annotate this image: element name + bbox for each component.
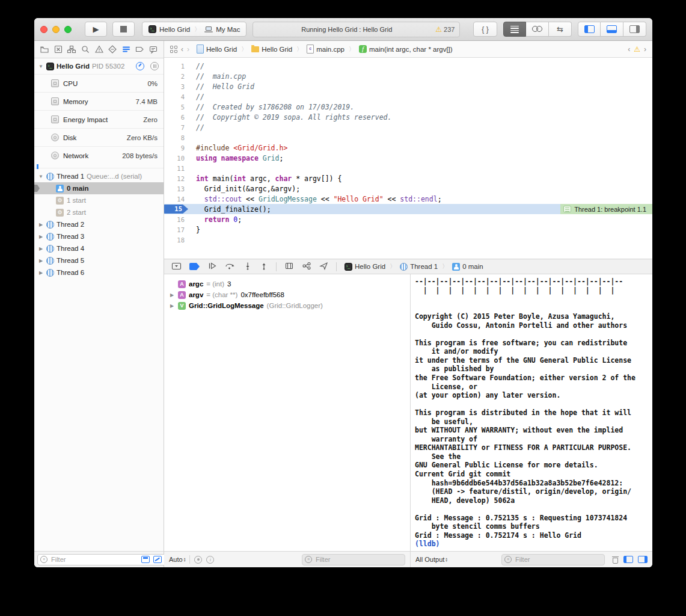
test-navigator-button[interactable] [108, 45, 117, 54]
line-number[interactable]: 5 [164, 103, 188, 111]
assistant-editor-button[interactable] [526, 22, 549, 37]
thread-row[interactable]: ▶ Thread 6 [34, 266, 164, 279]
quicklook-eye-icon[interactable] [194, 556, 202, 564]
show-variables-view-button[interactable] [623, 556, 633, 563]
line-number[interactable]: 18 [164, 236, 188, 244]
variable-row[interactable]: ▶ V Grid::GridLogMessage (Grid::GridLogg… [169, 300, 405, 311]
variable-row[interactable]: A argc = (int) 3 [169, 279, 405, 289]
disclosure-triangle[interactable]: ▶ [38, 234, 44, 239]
line-number[interactable]: 12 [164, 175, 188, 182]
run-button[interactable]: ▶ [85, 22, 107, 37]
breakpoint-annotation[interactable]: Thread 1: breakpoint 1.1 [560, 204, 652, 214]
thread-row[interactable]: ▶ Thread 4 [34, 242, 164, 254]
breadcrumb-item[interactable]: Hello Grid [251, 46, 292, 53]
symbol-navigator-button[interactable] [67, 45, 76, 54]
go-back-button[interactable]: ‹ [181, 45, 183, 54]
variables-filter-input[interactable] [314, 555, 402, 564]
toggle-navigator-button[interactable] [578, 22, 601, 37]
issue-navigator-button[interactable] [94, 45, 104, 54]
variable-row[interactable]: ▶ A argv = (char **) 0x7ffeefbff568 [169, 289, 405, 300]
scope-selector[interactable]: Auto ▴▾ [169, 556, 185, 563]
thread-row[interactable]: ▶ Thread 5 [34, 254, 164, 266]
navigator-filter-input[interactable] [50, 555, 138, 564]
console-output[interactable]: --|--|--|--|--|--|--|--|--|--|--|--|--|-… [411, 274, 652, 551]
report-navigator-button[interactable] [149, 45, 158, 54]
gauge-row-network[interactable]: Network 208 bytes/s [34, 146, 164, 164]
disclosure-triangle[interactable]: ▶ [169, 292, 175, 298]
thread-row[interactable]: ▼ Thread 1 Queue:...d (serial) [34, 170, 164, 182]
breakpoints-toggle-button[interactable] [189, 263, 200, 270]
breadcrumb-item[interactable]: ›_Hello Grid [345, 263, 385, 271]
breakpoint-navigator-button[interactable] [135, 45, 144, 54]
stack-frame-row[interactable]: ⚙ 1 start [34, 194, 164, 206]
debug-navigator-button[interactable] [121, 45, 131, 54]
gauge-row-disk[interactable]: Disk Zero KB/s [34, 128, 164, 146]
warning-badge[interactable]: ⚠ 237 [435, 26, 455, 33]
view-mode-icon[interactable] [150, 62, 159, 70]
toggle-inspectors-button[interactable] [623, 22, 646, 37]
line-number[interactable]: 11 [164, 165, 188, 172]
debug-view-hierarchy-button[interactable] [284, 262, 294, 271]
line-number[interactable]: 6 [164, 114, 188, 121]
clear-console-button[interactable] [612, 556, 619, 564]
line-number[interactable]: 16 [164, 216, 188, 223]
line-number[interactable]: 10 [164, 155, 188, 162]
close-window-button[interactable] [40, 26, 47, 33]
show-console-button[interactable] [638, 556, 648, 563]
filter-crashed-toggle[interactable] [153, 556, 162, 563]
disclosure-triangle[interactable]: ▶ [169, 303, 175, 309]
next-issue-button[interactable]: › [644, 45, 646, 54]
line-number[interactable]: 3 [164, 83, 188, 90]
console-filter-input[interactable] [514, 555, 602, 564]
source-control-navigator-button[interactable] [54, 45, 63, 54]
memory-graph-button[interactable] [302, 262, 311, 271]
process-row[interactable]: ▼ ›_ Hello Grid PID 55302 [34, 58, 164, 74]
disclosure-triangle[interactable]: ▶ [38, 246, 44, 251]
scheme-selector[interactable]: ›_ Hello Grid 〉 My Mac [142, 22, 247, 37]
gauge-row-cpu[interactable]: CPU 0% [34, 74, 164, 92]
stack-frame-row[interactable]: ⚙ 2 start [34, 206, 164, 218]
variables-view[interactable]: A argc = (int) 3 ▶ A argv = (char **) 0x… [164, 274, 411, 551]
gauge-row-energy[interactable]: Energy Impact Zero [34, 110, 164, 128]
stop-button[interactable] [112, 22, 135, 37]
go-forward-button[interactable]: › [187, 45, 189, 54]
profile-in-instruments-icon[interactable] [136, 62, 144, 70]
breakpoint-line-number[interactable]: 15 [164, 205, 188, 214]
line-number[interactable]: 9 [164, 144, 188, 152]
continue-button[interactable] [207, 262, 217, 271]
step-into-button[interactable] [243, 262, 252, 271]
line-number[interactable]: 2 [164, 73, 188, 80]
breadcrumb-item[interactable]: 0 main [452, 263, 483, 271]
code-review-button[interactable]: { } [473, 22, 497, 37]
navigator-filter-field[interactable]: ≡ [37, 554, 177, 565]
disclosure-triangle[interactable]: ▶ [38, 222, 44, 227]
line-number[interactable]: 1 [164, 63, 188, 70]
thread-row[interactable]: ▶ Thread 2 [34, 218, 164, 230]
disclosure-triangle[interactable]: ▼ [38, 64, 44, 69]
issue-warning-icon[interactable]: ⚠ [634, 46, 640, 53]
filter-running-toggle[interactable] [141, 556, 150, 563]
source-editor[interactable]: 1 // 2 // main.cpp 3 // Hello Grid 4 // … [164, 58, 652, 259]
variables-filter-field[interactable]: ≡ [302, 554, 405, 565]
simulate-location-button[interactable] [319, 262, 328, 271]
disclosure-triangle[interactable] [169, 282, 175, 287]
disclosure-triangle[interactable]: ▶ [38, 270, 44, 276]
hide-debug-area-button[interactable] [171, 262, 182, 272]
print-description-icon[interactable]: i [206, 556, 214, 564]
version-editor-button[interactable]: ⇆ [549, 22, 572, 37]
project-navigator-button[interactable] [40, 45, 49, 54]
previous-issue-button[interactable]: ‹ [628, 45, 630, 54]
find-navigator-button[interactable] [81, 45, 90, 54]
toggle-debug-area-button[interactable] [601, 22, 623, 37]
breadcrumb-item[interactable]: Hello Grid [197, 45, 237, 54]
disclosure-triangle[interactable]: ▼ [38, 174, 44, 179]
zoom-window-button[interactable] [64, 26, 72, 33]
minimize-window-button[interactable] [52, 26, 60, 33]
breadcrumb-item[interactable]: Thread 1 [400, 263, 438, 271]
disclosure-triangle[interactable]: ▶ [38, 258, 44, 263]
console-output-selector[interactable]: All Output ▴▾ [415, 556, 447, 563]
thread-row[interactable]: ▶ Thread 3 [34, 230, 164, 242]
line-number[interactable]: 13 [164, 185, 188, 192]
line-number[interactable]: 14 [164, 196, 188, 203]
step-over-button[interactable] [225, 262, 236, 271]
